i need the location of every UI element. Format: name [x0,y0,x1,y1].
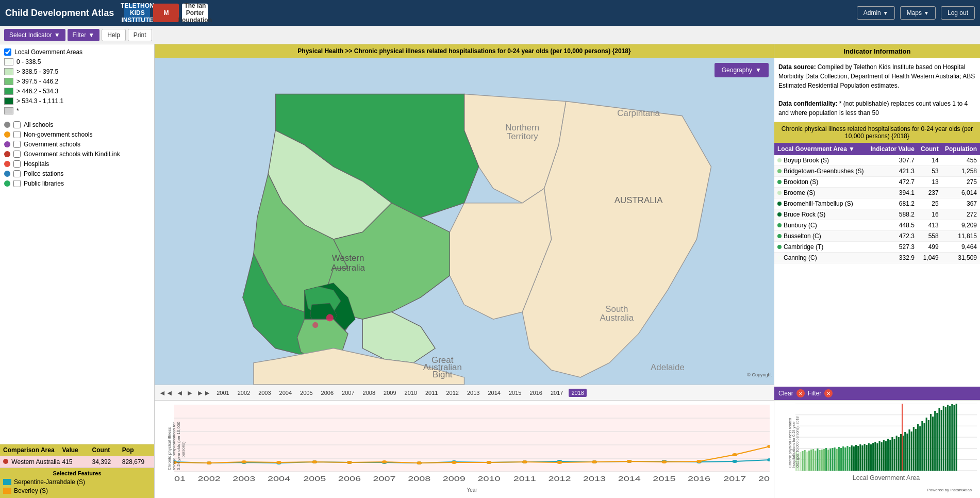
geography-button[interactable]: Geography ▼ [715,63,769,77]
selected-marker-2 [312,322,318,328]
svg-rect-122 [879,441,881,471]
year-2005[interactable]: 2005 [297,389,315,397]
table-row[interactable]: Bunbury (C) 448.5 413 9,209 [774,220,980,230]
th-population[interactable]: Population [942,143,980,155]
svg-rect-129 [893,439,895,471]
line-chart-area: Chronic physical illnessrelated hospital… [155,400,774,498]
svg-rect-125 [885,441,887,471]
year-2003[interactable]: 2003 [256,389,273,397]
year-2011[interactable]: 2011 [423,389,440,397]
year-2016[interactable]: 2016 [527,389,544,397]
year-2008[interactable]: 2008 [360,389,378,397]
clear-button[interactable]: ✕ [796,389,805,397]
range-label-4: > 534.3 - 1,111.1 [16,97,63,105]
th-count[interactable]: Count [918,143,942,155]
svg-text:2013: 2013 [583,475,606,482]
table-row[interactable]: Bridgetown-Greenbushes (S) 421.3 53 1,25… [774,165,980,176]
main-content: Local Government Areas 0 - 338.5 > 338.5… [0,44,980,498]
year-2010[interactable]: 2010 [402,389,420,397]
help-button[interactable]: Help [102,29,126,41]
filter-button-x[interactable]: ✕ [824,389,833,397]
filter-button[interactable]: Filter ▼ [68,29,100,41]
govt-schools-checkbox[interactable] [13,141,21,148]
lga-checkbox[interactable] [4,48,11,56]
svg-rect-115 [864,444,866,471]
nav-last[interactable]: ►► [196,389,211,397]
admin-button[interactable]: Admin ▼ [857,6,895,20]
all-schools-checkbox[interactable] [13,121,21,128]
year-2018[interactable]: 2018 [569,389,586,397]
svg-rect-137 [911,431,912,471]
table-row[interactable]: Canning (C) 332.9 1,049 31,509 [774,252,980,263]
map-svg[interactable]: AUSTRALIA Northern Territory Carpintaria… [155,58,774,385]
range-link-2[interactable]: 397.5 - 446.2 [22,78,58,85]
bar-chart-inner: 0 200 400 600 800 1,000 1,200 [795,404,977,495]
year-2013[interactable]: 2013 [464,389,482,397]
year-2001[interactable]: 2001 [214,389,231,397]
svg-rect-87 [804,450,806,471]
line-chart-svg: 0 500 1,000 1,500 2,000 2,500 [174,405,770,485]
overlay-kindilink: Government schools with KindiLink [4,151,150,158]
table-row[interactable]: Broomehill-Tambellup (S) 681.2 25 367 [774,198,980,209]
table-row[interactable]: Boyup Brook (S) 307.7 14 455 [774,155,980,166]
svg-text:2003: 2003 [232,475,255,482]
table-row[interactable]: Brookton (S) 472.7 13 275 [774,176,980,187]
year-2004[interactable]: 2004 [277,389,294,397]
svg-rect-93 [817,449,818,471]
legend-range-2: > 397.5 - 446.2 [4,78,150,85]
non-govt-schools-checkbox[interactable] [13,131,21,138]
logout-button[interactable]: Log out [941,6,975,20]
year-2002[interactable]: 2002 [235,389,253,397]
legend-lga-header: Local Government Areas [4,48,150,56]
app-title: Child Development Atlas [5,8,114,19]
map-container[interactable]: Geography ▼ [155,58,774,385]
year-2017[interactable]: 2017 [548,389,566,397]
svg-rect-146 [930,414,932,471]
public-libraries-checkbox[interactable] [13,180,21,187]
data-table[interactable]: Local Government Area ▼ Indicator Value … [774,143,980,387]
th-value[interactable]: Indicator Value [867,143,918,155]
table-row[interactable]: Busselton (C) 472.3 558 11,815 [774,230,980,241]
line-chart-y-label: Chronic physical illnessrelated hospital… [167,429,186,470]
year-2006[interactable]: 2006 [319,389,336,397]
table-row[interactable]: Bruce Rock (S) 588.2 16 272 [774,209,980,220]
hospitals-label: Hospitals [24,160,49,168]
cell-count: 53 [918,165,942,176]
cell-lga: Bunbury (C) [774,220,867,230]
table-row[interactable]: Broome (S) 394.1 237 6,014 [774,187,980,198]
select-indicator-button[interactable]: Select Indicator ▼ [4,29,65,41]
select-indicator-label: Select Indicator [9,31,52,39]
year-2015[interactable]: 2015 [506,389,524,397]
nav-next[interactable]: ► [187,389,194,397]
adelaide-label: Adelaide [651,362,685,372]
row-color-dot [777,169,782,173]
cell-population: 1,258 [942,165,980,176]
svg-rect-113 [859,444,861,471]
svg-rect-95 [821,450,823,471]
svg-rect-139 [915,429,917,471]
cell-value: 681.2 [867,198,918,209]
police-stations-checkbox[interactable] [13,170,21,177]
nav-first[interactable]: ◄◄ [159,389,173,397]
range-link-3[interactable]: 446.2 - 534.3 [22,88,58,95]
svg-point-45 [627,460,632,463]
svg-text:2012: 2012 [548,475,571,482]
svg-rect-128 [891,437,893,471]
table-row[interactable]: Cambridge (T) 527.3 499 9,464 [774,241,980,252]
cell-lga: Broome (S) [774,187,867,198]
year-2007[interactable]: 2007 [339,389,357,397]
comparison-header: Comparison Area Value Count Pop [0,444,154,456]
maps-button[interactable]: Maps ▼ [900,6,936,20]
maps-dropdown-icon: ▼ [924,10,929,16]
year-2014[interactable]: 2014 [485,389,503,397]
th-lga[interactable]: Local Government Area ▼ [774,143,867,155]
print-button[interactable]: Print [128,29,152,41]
geography-dropdown-icon: ▼ [755,67,761,74]
nav-prev[interactable]: ◄ [176,389,184,397]
svg-text:2009: 2009 [443,475,466,482]
public-libraries-label: Public libraries [24,180,64,187]
year-2009[interactable]: 2009 [381,389,398,397]
hospitals-checkbox[interactable] [13,160,21,168]
year-2012[interactable]: 2012 [443,389,461,397]
kindilink-checkbox[interactable] [13,151,21,158]
